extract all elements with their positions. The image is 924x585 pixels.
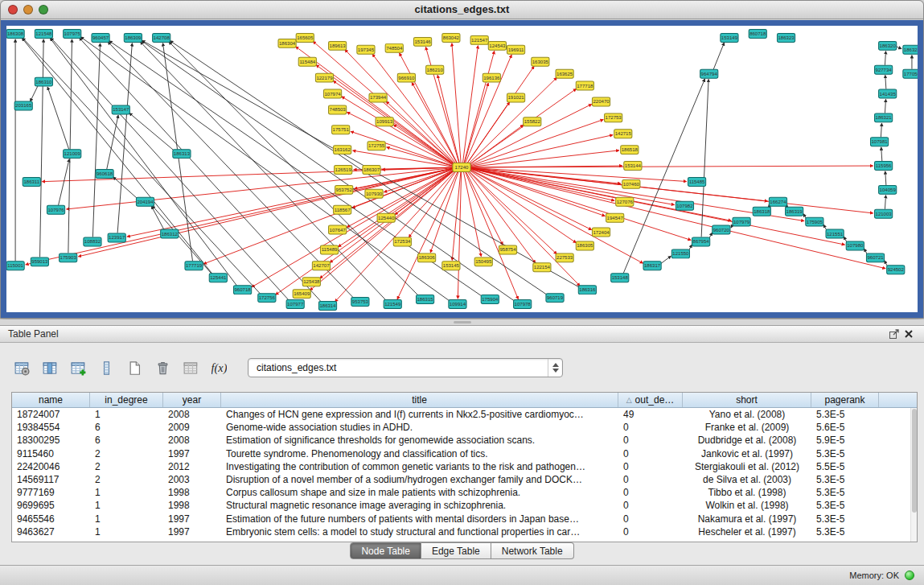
network-node[interactable]: 107980 bbox=[846, 241, 864, 250]
network-edge[interactable] bbox=[437, 75, 459, 163]
network-node[interactable]: 107975 bbox=[64, 29, 81, 38]
network-node[interactable]: 122179 bbox=[315, 73, 333, 82]
close-panel-icon[interactable] bbox=[901, 328, 916, 340]
table-row[interactable]: 1938455462009Genome-wide association stu… bbox=[12, 421, 917, 434]
network-node[interactable]: 186318 bbox=[753, 207, 770, 216]
network-node[interactable]: 189613 bbox=[329, 41, 347, 50]
new-table-icon[interactable] bbox=[124, 357, 146, 379]
network-node[interactable]: 121009 bbox=[64, 150, 81, 159]
network-edge[interactable] bbox=[885, 171, 886, 185]
network-node[interactable]: 127076 bbox=[616, 197, 634, 206]
network-edge[interactable] bbox=[881, 147, 882, 161]
network-node[interactable]: 153149 bbox=[721, 33, 738, 42]
network-node[interactable]: 172756 bbox=[258, 294, 276, 303]
network-node[interactable]: 186306 bbox=[418, 253, 436, 262]
network-node[interactable]: 197345 bbox=[357, 45, 375, 54]
network-node[interactable]: 121548 bbox=[35, 29, 52, 38]
network-node[interactable]: 960721 bbox=[866, 253, 884, 262]
network-node[interactable]: 924502 bbox=[887, 266, 905, 274]
table-row[interactable]: 977716911998Corpus callosum shape and si… bbox=[12, 486, 917, 499]
network-node[interactable]: 155822 bbox=[524, 117, 541, 126]
network-node[interactable]: 186315 bbox=[416, 295, 433, 304]
network-node[interactable]: 186317 bbox=[643, 262, 661, 270]
network-node[interactable]: 107460 bbox=[622, 179, 640, 188]
network-node[interactable]: 172753 bbox=[605, 113, 622, 122]
network-node[interactable]: 186307 bbox=[363, 166, 380, 175]
network-node[interactable]: 125441 bbox=[209, 274, 227, 282]
table-row[interactable]: 946362711997Embryonic stem cells: a mode… bbox=[12, 525, 917, 538]
network-edge[interactable] bbox=[463, 46, 478, 163]
network-node[interactable]: 186316 bbox=[578, 286, 596, 295]
table-row[interactable]: 1872400712008Changes of HCN gene express… bbox=[12, 408, 917, 421]
network-node[interactable]: 220470 bbox=[592, 97, 610, 106]
network-node[interactable]: 165605 bbox=[296, 33, 314, 42]
network-node[interactable]: 142707 bbox=[312, 262, 330, 270]
network-node[interactable]: 860718 bbox=[749, 29, 766, 38]
network-node[interactable]: 186310 bbox=[35, 77, 52, 86]
network-edge[interactable] bbox=[395, 170, 454, 214]
network-node[interactable]: 172404 bbox=[592, 228, 610, 237]
network-node[interactable]: 153148 bbox=[611, 274, 629, 282]
network-edge[interactable] bbox=[40, 39, 44, 257]
network-node[interactable]: 175903 bbox=[60, 253, 77, 262]
network-edge[interactable] bbox=[660, 256, 671, 264]
network-node[interactable]: 960457 bbox=[92, 33, 109, 42]
network-node[interactable]: 173944 bbox=[369, 93, 387, 102]
network-edge[interactable] bbox=[92, 43, 100, 237]
network-node[interactable]: 867954 bbox=[692, 237, 710, 246]
select-columns-icon[interactable] bbox=[39, 357, 61, 379]
network-node[interactable]: 186319 bbox=[786, 207, 803, 216]
network-node[interactable]: 104059 bbox=[879, 185, 897, 194]
network-edge[interactable] bbox=[347, 170, 454, 228]
network-edge[interactable] bbox=[885, 51, 885, 65]
network-node[interactable]: 958754 bbox=[499, 245, 516, 254]
network-node[interactable]: 121551 bbox=[826, 229, 844, 238]
network-edge[interactable] bbox=[276, 170, 454, 295]
network-edge[interactable] bbox=[50, 38, 236, 286]
network-node[interactable]: 204194 bbox=[136, 197, 154, 206]
network-edge[interactable] bbox=[470, 169, 606, 216]
column-header-year[interactable]: year bbox=[163, 393, 221, 407]
network-node[interactable]: 109914 bbox=[449, 300, 466, 309]
delete-table-icon[interactable] bbox=[152, 357, 174, 379]
network-edge[interactable] bbox=[885, 196, 885, 209]
panel-splitter[interactable] bbox=[0, 319, 924, 325]
network-edge[interactable] bbox=[151, 206, 164, 229]
network-node[interactable]: 150495 bbox=[474, 257, 492, 266]
network-node[interactable]: 196911 bbox=[507, 45, 524, 54]
network-node[interactable]: 863042 bbox=[442, 33, 460, 42]
scrollbar-thumb[interactable] bbox=[912, 409, 917, 513]
network-edge[interactable] bbox=[470, 104, 592, 165]
add-column-icon[interactable] bbox=[68, 357, 89, 379]
network-node[interactable]: 194547 bbox=[606, 213, 624, 222]
column-header-out_de[interactable]: △out_de… bbox=[618, 393, 683, 407]
network-node[interactable]: 175751 bbox=[332, 126, 350, 134]
network-node[interactable]: 153146 bbox=[413, 37, 431, 46]
network-node[interactable]: 121549 bbox=[384, 300, 401, 309]
network-node[interactable]: 121003 bbox=[875, 209, 893, 218]
tab-network-table[interactable]: Network Table bbox=[491, 542, 574, 559]
network-node[interactable]: 175904 bbox=[481, 295, 499, 304]
network-node[interactable]: 966910 bbox=[397, 73, 415, 82]
network-edge[interactable] bbox=[897, 47, 901, 49]
table-row[interactable]: 969969511998Structural magnetic resonanc… bbox=[12, 499, 917, 512]
network-edge[interactable] bbox=[347, 112, 454, 165]
network-edge[interactable] bbox=[470, 135, 613, 167]
column-header-name[interactable]: name bbox=[12, 393, 90, 407]
network-edge[interactable] bbox=[51, 38, 289, 301]
network-node[interactable]: 186309 bbox=[124, 33, 142, 42]
network-node[interactable]: 107978 bbox=[514, 300, 532, 309]
network-node[interactable]: 141435 bbox=[879, 89, 897, 98]
network-node[interactable]: 107977 bbox=[286, 300, 304, 309]
network-node[interactable]: 186518 bbox=[621, 146, 639, 154]
network-edge[interactable] bbox=[59, 159, 70, 205]
network-node[interactable]: 960718 bbox=[233, 286, 251, 295]
network-node[interactable]: 125438 bbox=[302, 278, 320, 286]
network-node[interactable]: 186314 bbox=[318, 302, 336, 311]
network-node[interactable]: 964794 bbox=[700, 69, 718, 78]
network-node[interactable]: 107974 bbox=[323, 89, 341, 98]
network-node[interactable]: 186312 bbox=[161, 229, 179, 238]
network-edge[interactable] bbox=[465, 171, 518, 299]
network-node[interactable]: 163625 bbox=[556, 69, 573, 78]
network-edge[interactable] bbox=[469, 125, 524, 165]
